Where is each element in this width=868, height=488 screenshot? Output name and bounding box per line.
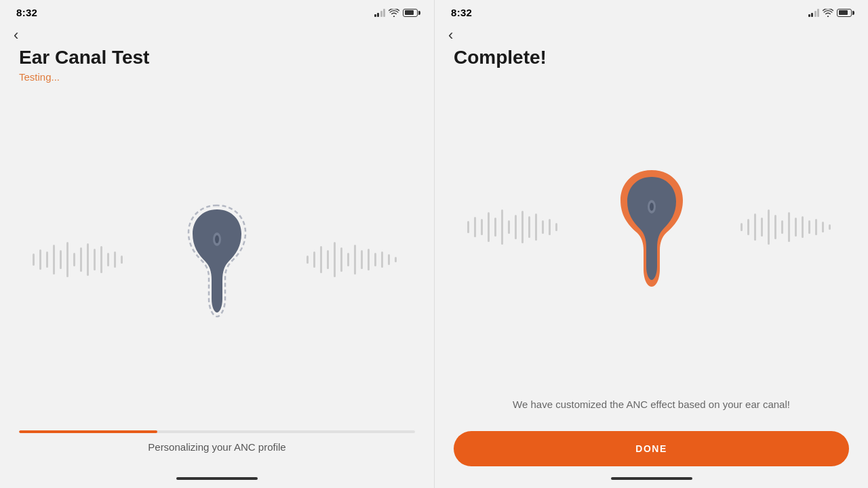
svg-rect-49	[761, 218, 763, 237]
svg-rect-22	[347, 253, 349, 266]
earbud-area-1	[19, 94, 415, 425]
wifi-icon-2	[823, 9, 833, 17]
svg-rect-50	[768, 209, 770, 245]
svg-rect-55	[802, 216, 804, 238]
earbud-area-2	[454, 71, 849, 384]
svg-rect-8	[87, 243, 89, 276]
screen-2-title: Complete!	[454, 47, 849, 68]
status-bar-2: 8:32	[435, 0, 868, 22]
svg-rect-52	[781, 220, 783, 234]
progress-bar-fill	[19, 430, 157, 433]
status-bar-1: 8:32	[0, 0, 434, 22]
svg-rect-46	[741, 223, 743, 231]
svg-rect-31	[474, 217, 476, 237]
status-time-2: 8:32	[451, 7, 472, 18]
status-icons-2	[808, 9, 852, 17]
svg-rect-21	[340, 247, 342, 272]
svg-rect-36	[508, 220, 510, 234]
progress-bar-track	[19, 430, 415, 433]
svg-rect-4	[60, 250, 62, 269]
svg-rect-20	[334, 242, 336, 277]
svg-rect-56	[808, 220, 810, 234]
done-button[interactable]: DONE	[454, 431, 849, 466]
wifi-icon-1	[389, 9, 399, 17]
svg-rect-18	[320, 246, 322, 273]
svg-rect-13	[121, 256, 123, 264]
svg-rect-16	[307, 256, 309, 264]
svg-rect-39	[528, 216, 530, 238]
svg-rect-24	[361, 250, 363, 269]
svg-rect-35	[501, 209, 503, 245]
earbud-svg-1	[163, 185, 271, 334]
svg-rect-9	[94, 249, 96, 270]
screen-2-complete: 8:32 ‹ Complete!	[434, 0, 868, 488]
home-indicator-2	[611, 477, 692, 480]
complete-message: We have customized the ANC effect based …	[454, 389, 849, 421]
svg-rect-23	[354, 245, 356, 274]
svg-point-15	[215, 235, 219, 243]
svg-rect-26	[374, 253, 376, 266]
svg-rect-51	[774, 215, 776, 239]
svg-rect-34	[494, 218, 496, 237]
svg-rect-7	[80, 247, 82, 272]
svg-rect-48	[754, 214, 756, 241]
svg-rect-1	[39, 249, 41, 270]
svg-rect-54	[795, 218, 797, 237]
svg-rect-37	[515, 215, 517, 239]
earbud-svg-2	[597, 152, 706, 302]
svg-rect-38	[521, 211, 524, 243]
svg-rect-11	[107, 253, 109, 266]
svg-rect-19	[327, 250, 329, 269]
screen-2-content: Complete!	[435, 47, 868, 472]
svg-rect-59	[829, 224, 831, 230]
svg-rect-47	[747, 219, 749, 235]
signal-icon-1	[374, 9, 386, 17]
screen-1-title: Ear Canal Test	[19, 47, 415, 68]
status-time-1: 8:32	[16, 7, 37, 18]
svg-rect-6	[73, 253, 75, 266]
svg-rect-10	[100, 246, 102, 273]
waveform-right-1	[307, 232, 401, 287]
battery-icon-2	[837, 9, 852, 17]
svg-rect-0	[33, 253, 35, 266]
svg-rect-58	[822, 222, 824, 232]
back-button-1[interactable]: ‹	[14, 26, 18, 44]
battery-icon-1	[403, 9, 418, 17]
screen-1-content: Ear Canal Test Testing...	[0, 47, 434, 472]
svg-rect-25	[368, 249, 370, 270]
svg-rect-28	[388, 254, 390, 265]
svg-rect-27	[381, 251, 383, 268]
back-button-2[interactable]: ‹	[448, 26, 453, 44]
waveform-left-1	[33, 232, 127, 287]
svg-rect-53	[788, 212, 790, 242]
svg-point-45	[650, 203, 654, 211]
screen-1-ear-canal-test: 8:32 ‹ Ear Canal Test Testing...	[0, 0, 434, 488]
status-icons-1	[374, 9, 418, 17]
svg-rect-30	[467, 221, 469, 233]
svg-rect-17	[313, 251, 315, 268]
svg-rect-33	[488, 212, 490, 242]
svg-rect-32	[481, 219, 483, 235]
nav-bar-1: ‹	[0, 22, 434, 47]
svg-rect-5	[66, 242, 68, 277]
svg-rect-41	[542, 220, 544, 234]
svg-rect-12	[114, 251, 116, 268]
svg-rect-29	[395, 257, 397, 262]
svg-rect-57	[815, 219, 817, 235]
svg-rect-40	[535, 214, 537, 241]
home-indicator-1	[176, 477, 258, 480]
nav-bar-2: ‹	[435, 22, 868, 47]
screen-1-subtitle: Testing...	[19, 71, 415, 83]
svg-rect-42	[549, 219, 551, 235]
svg-rect-3	[53, 245, 55, 274]
progress-label: Personalizing your ANC profile	[19, 441, 415, 453]
waveform-right-2	[741, 200, 835, 254]
waveform-left-2	[467, 200, 562, 254]
svg-rect-43	[555, 223, 557, 231]
progress-section: Personalizing your ANC profile	[19, 430, 415, 464]
signal-icon-2	[808, 9, 820, 17]
svg-rect-2	[46, 251, 48, 268]
